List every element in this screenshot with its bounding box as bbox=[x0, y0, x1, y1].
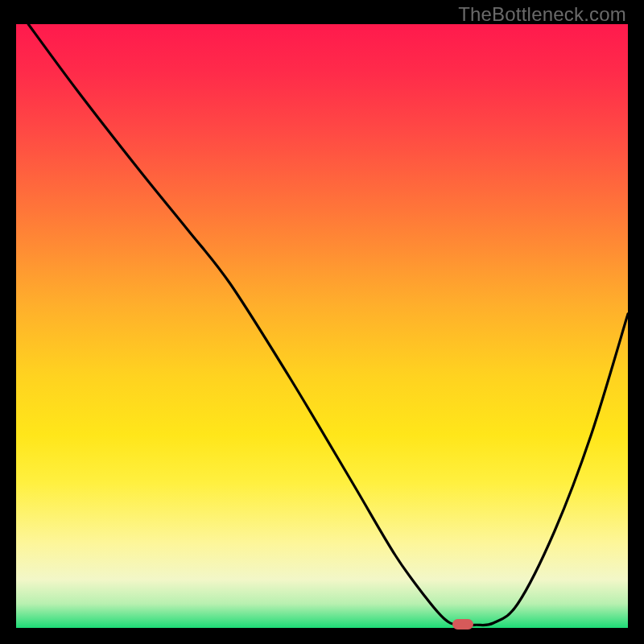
plot-area bbox=[16, 24, 628, 628]
chart-frame: TheBottleneck.com bbox=[0, 0, 644, 644]
optimal-point-marker bbox=[452, 619, 473, 630]
bottleneck-curve bbox=[16, 24, 628, 628]
watermark-text: TheBottleneck.com bbox=[458, 3, 626, 26]
